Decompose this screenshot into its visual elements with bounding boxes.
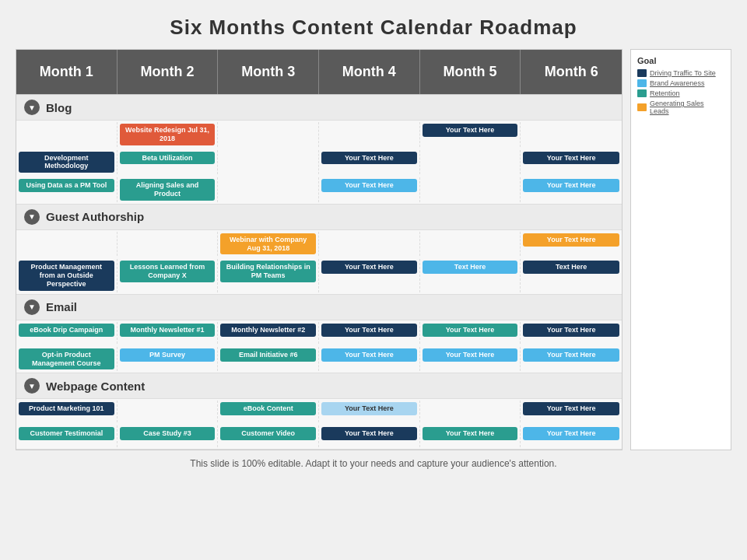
content-tag[interactable]: Beta Utilization <box>120 152 216 165</box>
cell: Your Text Here <box>319 425 420 447</box>
content-tag[interactable]: Your Text Here <box>321 324 417 337</box>
content-tag[interactable]: Building Relationships in PM Teams <box>220 261 316 282</box>
content-tag[interactable]: Lessons Learned from Company X <box>120 261 216 282</box>
content-tag[interactable]: eBook Drip Campaign <box>19 324 114 337</box>
legend-color-dot <box>637 103 647 111</box>
content-tag[interactable]: Customer Testimonial <box>19 427 114 440</box>
cell: Your Text Here <box>521 347 622 372</box>
section-guest-authorship: ▼Guest AuthorshipWebinar with Company Au… <box>16 205 622 295</box>
content-tag[interactable]: Product Management from an Outside Persp… <box>19 261 114 290</box>
content-tag[interactable]: Aligning Sales and Product <box>120 179 216 201</box>
cell: Your Text Here <box>521 425 622 447</box>
cell: PM Survey <box>117 347 219 372</box>
chevron-down-icon[interactable]: ▼ <box>24 299 40 315</box>
section-title: Webpage Content <box>46 380 145 393</box>
cell: Your Text Here <box>420 322 521 344</box>
content-tag[interactable]: Email Initiative #6 <box>220 348 316 362</box>
content-tag[interactable]: Your Text Here <box>321 402 417 415</box>
content-tag[interactable]: Your Text Here <box>423 348 518 362</box>
content-tag[interactable]: Webinar with Company Aug 31, 2018 <box>220 233 316 255</box>
content-tag[interactable]: Text Here <box>423 261 518 274</box>
content-tag[interactable]: eBook Content <box>220 402 316 415</box>
cell: Website Redesign Jul 31, 2018 <box>117 122 219 147</box>
footer-text: This slide is 100% editable. Adapt it to… <box>190 458 556 469</box>
content-tag[interactable]: Text Here <box>523 261 619 274</box>
legend-color-dot <box>637 69 647 77</box>
cell <box>16 122 117 147</box>
content-tag[interactable]: Monthly Newsletter #1 <box>120 324 216 337</box>
content-row: eBook Drip CampaignMonthly Newsletter #1… <box>16 320 622 345</box>
legend-box: Goal Driving Traffic To SiteBrand Awaren… <box>630 49 731 450</box>
content-tag[interactable]: Your Text Here <box>523 233 619 247</box>
legend-item: Driving Traffic To Site <box>637 69 724 77</box>
content-tag[interactable]: Product Marketing 101 <box>19 402 114 415</box>
section-title: Blog <box>46 101 72 114</box>
content-tag[interactable]: Your Text Here <box>321 152 417 165</box>
section-title: Guest Authorship <box>46 210 144 223</box>
content-row: Using Data as a PM ToolAligning Sales an… <box>16 176 622 204</box>
month-header: Month 6 <box>521 50 622 94</box>
cell: eBook Content <box>218 401 319 422</box>
chevron-down-icon[interactable]: ▼ <box>24 209 40 225</box>
content-tag[interactable]: Case Study #3 <box>120 427 216 440</box>
content-tag[interactable]: Your Text Here <box>523 179 619 192</box>
content-tag[interactable]: Opt-in Product Management Course <box>19 348 114 370</box>
cell: Email Initiative #6 <box>218 347 319 372</box>
section-blog: ▼BlogWebsite Redesign Jul 31, 2018Your T… <box>16 95 622 205</box>
content-tag[interactable]: Your Text Here <box>523 324 619 337</box>
content-tag[interactable]: Your Text Here <box>523 427 619 440</box>
content-tag[interactable]: Monthly Newsletter #2 <box>220 324 316 337</box>
legend-title: Goal <box>637 56 724 65</box>
cell: Product Management from an Outside Persp… <box>16 259 117 292</box>
cell <box>319 232 420 257</box>
cell: Case Study #3 <box>117 425 219 447</box>
cell: Aligning Sales and Product <box>117 177 219 202</box>
content-tag[interactable]: Using Data as a PM Tool <box>19 179 114 192</box>
content-tag[interactable]: Your Text Here <box>523 152 619 165</box>
cell <box>420 232 521 257</box>
section-email: ▼EmaileBook Drip CampaignMonthly Newslet… <box>16 295 622 374</box>
cell <box>16 232 117 257</box>
section-header: ▼Email <box>16 295 622 320</box>
cell: Your Text Here <box>521 232 622 257</box>
content-tag[interactable]: Your Text Here <box>423 427 518 440</box>
content-tag[interactable]: Your Text Here <box>523 402 619 415</box>
content-tag[interactable]: Development Methodology <box>19 152 114 173</box>
cell: Your Text Here <box>521 401 622 422</box>
chevron-down-icon[interactable]: ▼ <box>24 378 40 394</box>
content-tag[interactable]: Your Text Here <box>321 427 417 440</box>
cell: Your Text Here <box>521 322 622 344</box>
content-row: Webinar with Company Aug 31, 2018Your Te… <box>16 230 622 258</box>
legend-label: Driving Traffic To Site <box>650 69 716 77</box>
content-tag[interactable]: Your Text Here <box>321 261 417 274</box>
content-tag[interactable]: Your Text Here <box>321 179 417 192</box>
legend-item: Generating Sales Leads <box>637 100 724 115</box>
month-header: Month 3 <box>218 50 319 94</box>
content-row: Product Management from an Outside Persp… <box>16 257 622 293</box>
section-header: ▼Webpage Content <box>16 373 622 399</box>
cell <box>420 401 521 422</box>
cell <box>218 122 319 147</box>
cell <box>319 122 420 147</box>
content-tag[interactable]: Customer Video <box>220 427 316 440</box>
month-header: Month 1 <box>16 50 117 94</box>
content-tag[interactable]: Your Text Here <box>321 348 417 362</box>
section-header: ▼Guest Authorship <box>16 205 622 230</box>
content-row: Product Marketing 101eBook ContentYour T… <box>16 399 622 424</box>
cell: Your Text Here <box>521 150 622 175</box>
content-tag[interactable]: Your Text Here <box>423 124 518 137</box>
content-tag[interactable]: PM Survey <box>120 348 216 362</box>
section-header: ▼Blog <box>16 95 622 121</box>
content-tag[interactable]: Your Text Here <box>423 324 518 337</box>
month-header: Month 2 <box>117 50 219 94</box>
page-title: Six Months Content Calendar Roadmap <box>170 16 577 40</box>
legend-item: Retention <box>637 89 724 97</box>
content-tag[interactable]: Your Text Here <box>523 348 619 362</box>
legend-item: Brand Awareness <box>637 79 724 87</box>
chevron-down-icon[interactable]: ▼ <box>24 100 40 115</box>
legend-label: Generating Sales Leads <box>650 100 724 115</box>
cell: Your Text Here <box>319 150 420 175</box>
cell <box>218 177 319 202</box>
content-row: Development MethodologyBeta UtilizationY… <box>16 149 622 177</box>
content-tag[interactable]: Website Redesign Jul 31, 2018 <box>120 124 216 145</box>
